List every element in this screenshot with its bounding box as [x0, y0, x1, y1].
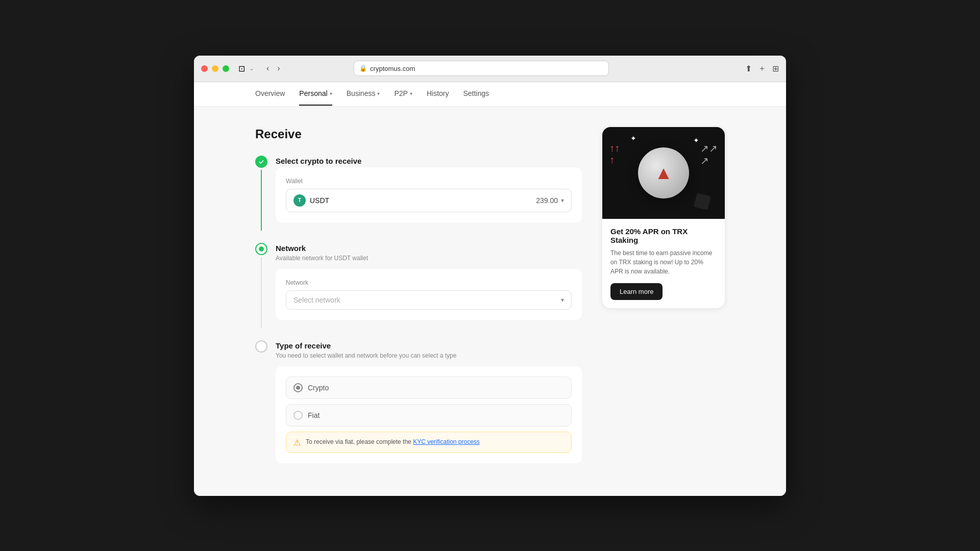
lock-icon: 🔒	[359, 65, 367, 72]
step-2-line	[261, 257, 262, 328]
nav-business[interactable]: Business ▾	[347, 82, 380, 106]
close-button[interactable]	[201, 65, 208, 72]
url-bar[interactable]: 🔒 cryptomus.com	[354, 61, 609, 76]
warning-box: ⚠ To receive via fiat, please complete t…	[286, 432, 572, 453]
step-3-card: Crypto Fiat ⚠ To receive via fiat, pleas…	[276, 366, 582, 463]
promo-image: ↑↑↑ ▲ ↗↗↗ ✦ ✦	[602, 127, 725, 219]
learn-more-button[interactable]: Learn more	[610, 283, 663, 300]
step-1-line	[261, 170, 262, 231]
crypto-option[interactable]: Crypto	[286, 377, 572, 399]
back-button[interactable]: ‹	[263, 63, 272, 74]
chevron-down-icon: ▾	[377, 91, 380, 96]
titlebar: ⊡ ⌄ ‹ › 🔒 cryptomus.com ⬆ ＋ ⊞	[194, 56, 786, 82]
step-2-subtitle: Available network for USDT wallet	[276, 255, 582, 262]
chevron-down-icon: ▾	[410, 91, 412, 96]
step-2-indicator	[255, 243, 267, 328]
tron-symbol: ▲	[654, 162, 673, 184]
wallet-label: Wallet	[286, 178, 572, 185]
tron-coin: ▲	[638, 147, 689, 198]
step-3-circle	[255, 340, 267, 353]
wallet-name: USDT	[310, 196, 329, 205]
black-cube	[694, 192, 711, 210]
kyc-link[interactable]: KYC verification process	[413, 438, 480, 445]
fiat-option[interactable]: Fiat	[286, 404, 572, 427]
crypto-label: Crypto	[308, 384, 329, 392]
nav-overview[interactable]: Overview	[255, 82, 285, 106]
crypto-radio[interactable]	[293, 383, 303, 392]
navbar: Overview Personal ▾ Business ▾ P2P ▾ His…	[194, 82, 786, 107]
warning-text: To receive via fiat, please complete the…	[306, 437, 480, 446]
promo-card: ↑↑↑ ▲ ↗↗↗ ✦ ✦ Get 20% APR on TRX Staking…	[602, 127, 725, 308]
step-1-circle	[255, 156, 267, 168]
arrows-up-icon: ↑↑↑	[609, 142, 620, 166]
promo-description: The best time to earn passive income on …	[610, 248, 717, 276]
nav-history[interactable]: History	[427, 82, 449, 106]
forward-button[interactable]: ›	[274, 63, 283, 74]
step-3: Type of receive You need to select walle…	[255, 340, 582, 463]
fiat-radio[interactable]	[293, 411, 303, 420]
step-1-indicator	[255, 156, 267, 231]
svg-point-0	[257, 157, 266, 166]
step-2-title: Network	[276, 244, 582, 253]
traffic-lights	[201, 65, 229, 72]
step-2: Network Available network for USDT walle…	[255, 243, 582, 328]
step-3-indicator	[255, 340, 267, 463]
step-1-content: Select crypto to receive Wallet T USDT 2…	[276, 156, 582, 231]
chevron-down-icon: ⌄	[249, 65, 254, 72]
chevron-down-icon: ▾	[561, 197, 564, 204]
usdt-icon: T	[293, 194, 306, 207]
grid-icon[interactable]: ⊞	[772, 64, 779, 73]
nav-settings[interactable]: Settings	[463, 82, 489, 106]
step-2-card: Network Select network ▾	[276, 269, 582, 320]
minimize-button[interactable]	[212, 65, 218, 72]
network-select[interactable]: Select network ▾	[286, 290, 572, 310]
sparkle-icon: ✦	[693, 136, 699, 144]
new-tab-icon[interactable]: ＋	[758, 63, 766, 74]
step-1-card: Wallet T USDT 239.00 ▾	[276, 167, 582, 222]
step-3-subtitle: You need to select wallet and network be…	[276, 352, 582, 359]
sidebar-toggle[interactable]: ⊡ ⌄	[238, 64, 254, 73]
right-panel: ↑↑↑ ▲ ↗↗↗ ✦ ✦ Get 20% APR on TRX Staking…	[602, 127, 725, 475]
page-title: Receive	[255, 127, 582, 141]
maximize-button[interactable]	[223, 65, 229, 72]
step-3-content: Type of receive You need to select walle…	[276, 340, 582, 463]
chevron-down-icon: ▾	[561, 296, 564, 304]
arrows-right-icon: ↗↗↗	[700, 142, 718, 167]
step-3-title: Type of receive	[276, 341, 582, 350]
step-2-circle	[255, 243, 267, 255]
left-panel: Receive Select crypto to receive Wal	[255, 127, 582, 475]
url-text: cryptomus.com	[370, 65, 415, 72]
step-1-title: Select crypto to receive	[276, 157, 582, 165]
promo-body: Get 20% APR on TRX Staking The best time…	[602, 219, 725, 308]
step-1: Select crypto to receive Wallet T USDT 2…	[255, 156, 582, 231]
promo-title: Get 20% APR on TRX Staking	[610, 227, 717, 244]
mac-window: ⊡ ⌄ ‹ › 🔒 cryptomus.com ⬆ ＋ ⊞ Overview P…	[194, 56, 786, 496]
wallet-balance: 239.00 ▾	[536, 196, 564, 205]
chevron-down-icon: ▾	[330, 91, 332, 96]
step-2-content: Network Available network for USDT walle…	[276, 243, 582, 328]
main-content: Receive Select crypto to receive Wal	[194, 107, 786, 496]
warning-icon: ⚠	[293, 438, 301, 447]
sparkle-icon: ✦	[630, 134, 636, 142]
network-placeholder: Select network	[293, 296, 340, 304]
wallet-select[interactable]: T USDT 239.00 ▾	[286, 189, 572, 212]
wallet-info: T USDT	[293, 194, 329, 207]
network-label: Network	[286, 279, 572, 286]
nav-p2p[interactable]: P2P ▾	[394, 82, 412, 106]
sidebar-icon: ⊡	[238, 64, 245, 73]
fiat-label: Fiat	[308, 411, 320, 419]
nav-personal[interactable]: Personal ▾	[299, 82, 332, 106]
share-icon[interactable]: ⬆	[745, 64, 752, 73]
titlebar-right-controls: ⬆ ＋ ⊞	[745, 63, 779, 74]
browser-nav: ‹ ›	[263, 63, 283, 74]
